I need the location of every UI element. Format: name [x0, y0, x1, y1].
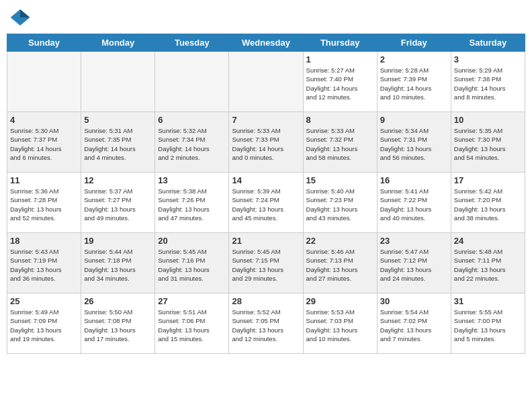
calendar-cell: 1Sunrise: 5:27 AM Sunset: 7:40 PM Daylig…	[303, 52, 377, 112]
calendar-cell: 26Sunrise: 5:50 AM Sunset: 7:08 PM Dayli…	[81, 293, 155, 354]
calendar-cell: 4Sunrise: 5:30 AM Sunset: 7:37 PM Daylig…	[7, 112, 81, 173]
day-number: 16	[380, 175, 448, 185]
day-info: Sunrise: 5:53 AM Sunset: 7:03 PM Dayligh…	[306, 308, 374, 343]
day-number: 28	[232, 296, 300, 306]
day-number: 27	[158, 296, 226, 306]
day-number: 17	[454, 175, 522, 185]
day-info: Sunrise: 5:50 AM Sunset: 7:08 PM Dayligh…	[84, 308, 152, 343]
calendar-table: SundayMondayTuesdayWednesdayThursdayFrid…	[7, 34, 525, 354]
calendar-cell: 29Sunrise: 5:53 AM Sunset: 7:03 PM Dayli…	[303, 293, 377, 354]
calendar-cell: 18Sunrise: 5:43 AM Sunset: 7:19 PM Dayli…	[7, 233, 81, 293]
day-info: Sunrise: 5:51 AM Sunset: 7:06 PM Dayligh…	[158, 308, 226, 343]
day-number: 4	[10, 115, 78, 125]
day-info: Sunrise: 5:43 AM Sunset: 7:19 PM Dayligh…	[10, 247, 78, 283]
calendar-week-row: 18Sunrise: 5:43 AM Sunset: 7:19 PM Dayli…	[7, 233, 525, 293]
calendar-cell: 15Sunrise: 5:40 AM Sunset: 7:23 PM Dayli…	[303, 173, 377, 233]
calendar-cell: 20Sunrise: 5:45 AM Sunset: 7:16 PM Dayli…	[155, 233, 229, 293]
day-number: 23	[380, 236, 448, 246]
calendar-cell: 19Sunrise: 5:44 AM Sunset: 7:18 PM Dayli…	[81, 233, 155, 293]
day-info: Sunrise: 5:35 AM Sunset: 7:30 PM Dayligh…	[454, 126, 522, 162]
calendar-cell: 6Sunrise: 5:32 AM Sunset: 7:34 PM Daylig…	[155, 112, 229, 173]
day-number: 10	[454, 115, 522, 125]
calendar-cell	[155, 52, 229, 112]
day-number: 29	[306, 296, 374, 306]
day-number: 18	[10, 236, 78, 246]
day-number: 24	[454, 236, 522, 246]
day-info: Sunrise: 5:55 AM Sunset: 7:00 PM Dayligh…	[454, 308, 522, 343]
day-info: Sunrise: 5:46 AM Sunset: 7:13 PM Dayligh…	[306, 247, 374, 283]
calendar-cell: 30Sunrise: 5:54 AM Sunset: 7:02 PM Dayli…	[377, 293, 451, 354]
calendar-week-row: 25Sunrise: 5:49 AM Sunset: 7:09 PM Dayli…	[7, 293, 525, 354]
day-number: 26	[84, 296, 152, 306]
day-info: Sunrise: 5:36 AM Sunset: 7:28 PM Dayligh…	[10, 187, 78, 222]
day-number: 1	[306, 54, 374, 64]
day-number: 22	[306, 236, 374, 246]
day-number: 2	[380, 54, 448, 64]
day-number: 8	[306, 115, 374, 125]
calendar-cell: 5Sunrise: 5:31 AM Sunset: 7:35 PM Daylig…	[81, 112, 155, 173]
day-number: 3	[454, 54, 522, 64]
day-info: Sunrise: 5:34 AM Sunset: 7:31 PM Dayligh…	[380, 126, 448, 162]
day-info: Sunrise: 5:42 AM Sunset: 7:20 PM Dayligh…	[454, 187, 522, 222]
calendar-cell: 7Sunrise: 5:33 AM Sunset: 7:33 PM Daylig…	[229, 112, 303, 173]
calendar-cell: 31Sunrise: 5:55 AM Sunset: 7:00 PM Dayli…	[451, 293, 525, 354]
weekday-header-row: SundayMondayTuesdayWednesdayThursdayFrid…	[7, 34, 525, 52]
day-info: Sunrise: 5:49 AM Sunset: 7:09 PM Dayligh…	[10, 308, 78, 343]
calendar-week-row: 11Sunrise: 5:36 AM Sunset: 7:28 PM Dayli…	[7, 173, 525, 233]
day-info: Sunrise: 5:41 AM Sunset: 7:22 PM Dayligh…	[380, 187, 448, 222]
day-info: Sunrise: 5:39 AM Sunset: 7:24 PM Dayligh…	[232, 187, 300, 222]
day-number: 20	[158, 236, 226, 246]
calendar-cell: 8Sunrise: 5:33 AM Sunset: 7:32 PM Daylig…	[303, 112, 377, 173]
calendar-cell	[81, 52, 155, 112]
calendar-cell: 16Sunrise: 5:41 AM Sunset: 7:22 PM Dayli…	[377, 173, 451, 233]
day-number: 6	[158, 115, 226, 125]
calendar-cell	[229, 52, 303, 112]
day-info: Sunrise: 5:44 AM Sunset: 7:18 PM Dayligh…	[84, 247, 152, 283]
day-info: Sunrise: 5:38 AM Sunset: 7:26 PM Dayligh…	[158, 187, 226, 222]
day-info: Sunrise: 5:45 AM Sunset: 7:15 PM Dayligh…	[232, 247, 300, 283]
day-number: 15	[306, 175, 374, 185]
day-info: Sunrise: 5:40 AM Sunset: 7:23 PM Dayligh…	[306, 187, 374, 222]
calendar-cell: 14Sunrise: 5:39 AM Sunset: 7:24 PM Dayli…	[229, 173, 303, 233]
day-info: Sunrise: 5:27 AM Sunset: 7:40 PM Dayligh…	[306, 66, 374, 101]
day-number: 7	[232, 115, 300, 125]
day-info: Sunrise: 5:33 AM Sunset: 7:33 PM Dayligh…	[232, 126, 300, 162]
day-number: 14	[232, 175, 300, 185]
calendar-cell: 11Sunrise: 5:36 AM Sunset: 7:28 PM Dayli…	[7, 173, 81, 233]
weekday-header-sunday: Sunday	[7, 34, 81, 52]
day-number: 5	[84, 115, 152, 125]
day-info: Sunrise: 5:54 AM Sunset: 7:02 PM Dayligh…	[380, 308, 448, 343]
weekday-header-friday: Friday	[377, 34, 451, 52]
calendar-cell: 9Sunrise: 5:34 AM Sunset: 7:31 PM Daylig…	[377, 112, 451, 173]
day-number: 9	[380, 115, 448, 125]
calendar-cell: 3Sunrise: 5:29 AM Sunset: 7:38 PM Daylig…	[451, 52, 525, 112]
day-info: Sunrise: 5:47 AM Sunset: 7:12 PM Dayligh…	[380, 247, 448, 283]
weekday-header-tuesday: Tuesday	[155, 34, 229, 52]
calendar-cell: 13Sunrise: 5:38 AM Sunset: 7:26 PM Dayli…	[155, 173, 229, 233]
day-number: 30	[380, 296, 448, 306]
logo	[9, 7, 34, 28]
day-number: 25	[10, 296, 78, 306]
page-header	[7, 7, 525, 28]
calendar-cell	[7, 52, 81, 112]
calendar-cell: 25Sunrise: 5:49 AM Sunset: 7:09 PM Dayli…	[7, 293, 81, 354]
day-info: Sunrise: 5:48 AM Sunset: 7:11 PM Dayligh…	[454, 247, 522, 283]
day-number: 11	[10, 175, 78, 185]
calendar-cell: 28Sunrise: 5:52 AM Sunset: 7:05 PM Dayli…	[229, 293, 303, 354]
calendar-cell: 27Sunrise: 5:51 AM Sunset: 7:06 PM Dayli…	[155, 293, 229, 354]
day-number: 21	[232, 236, 300, 246]
calendar-cell: 21Sunrise: 5:45 AM Sunset: 7:15 PM Dayli…	[229, 233, 303, 293]
weekday-header-wednesday: Wednesday	[229, 34, 303, 52]
day-info: Sunrise: 5:32 AM Sunset: 7:34 PM Dayligh…	[158, 126, 226, 162]
day-number: 31	[454, 296, 522, 306]
day-number: 13	[158, 175, 226, 185]
calendar-cell: 24Sunrise: 5:48 AM Sunset: 7:11 PM Dayli…	[451, 233, 525, 293]
day-info: Sunrise: 5:29 AM Sunset: 7:38 PM Dayligh…	[454, 66, 522, 101]
calendar-cell: 23Sunrise: 5:47 AM Sunset: 7:12 PM Dayli…	[377, 233, 451, 293]
day-info: Sunrise: 5:30 AM Sunset: 7:37 PM Dayligh…	[10, 126, 78, 162]
day-number: 12	[84, 175, 152, 185]
calendar-cell: 17Sunrise: 5:42 AM Sunset: 7:20 PM Dayli…	[451, 173, 525, 233]
svg-marker-1	[20, 9, 30, 17]
calendar-cell: 10Sunrise: 5:35 AM Sunset: 7:30 PM Dayli…	[451, 112, 525, 173]
logo-icon	[9, 7, 31, 28]
